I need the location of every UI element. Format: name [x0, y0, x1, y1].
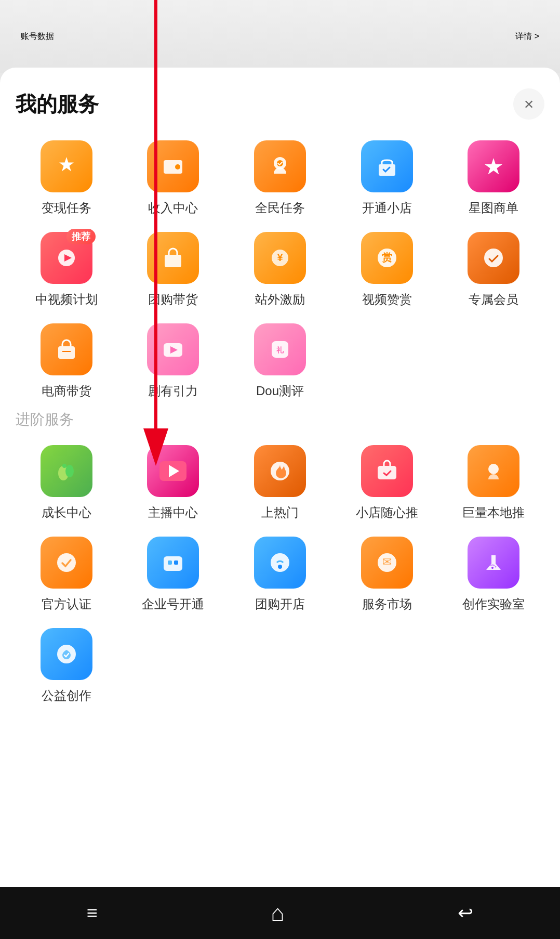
- service-label-lab: 创作实验室: [462, 596, 525, 612]
- service-item-zhanhwai[interactable]: ¥站外激励: [229, 232, 331, 308]
- svg-point-15: [484, 249, 503, 267]
- service-label-zhuanshu: 专属会员: [469, 291, 518, 308]
- service-item-xingtu[interactable]: 星图商单: [443, 140, 544, 216]
- service-icon-growth: [41, 445, 92, 497]
- svg-rect-30: [164, 556, 182, 571]
- service-icon-groupopen: [254, 537, 306, 589]
- service-item-bianxian[interactable]: 变现任务: [16, 140, 117, 216]
- service-icon-tuangou: [147, 232, 199, 284]
- svg-point-37: [491, 567, 494, 569]
- svg-point-29: [57, 553, 76, 572]
- service-item-shipin[interactable]: 赏视频赞赏: [336, 232, 438, 308]
- service-icon-shouru: [147, 140, 199, 192]
- service-item-quanmin[interactable]: 全民任务: [229, 140, 331, 216]
- service-icon-zhanhwai: ¥: [254, 232, 306, 284]
- service-icon-local: [468, 445, 519, 497]
- service-icon-lab: [468, 537, 519, 589]
- svg-text:礼: 礼: [276, 346, 284, 354]
- service-icon-enterprise: [147, 537, 199, 589]
- service-icon-dou: 礼: [254, 323, 306, 375]
- svg-text:✉: ✉: [382, 555, 392, 568]
- service-label-storepush: 小店随心推: [356, 504, 418, 521]
- badge-zhongshipin: 推荐: [66, 229, 96, 244]
- service-label-official: 官方认证: [42, 596, 91, 612]
- my-services-modal: 我的服务 × 变现任务收入中心全民任务开通小店星图商单推荐中视频计划团购带货¥站…: [0, 68, 560, 887]
- modal-title: 我的服务: [16, 90, 99, 119]
- service-icon-official: [41, 537, 92, 589]
- svg-rect-4: [175, 164, 180, 169]
- service-icon-shipin: 赏: [361, 232, 413, 284]
- account-data-label: 账号数据: [21, 31, 54, 42]
- svg-text:赏: 赏: [382, 252, 392, 263]
- service-icon-ju: [147, 323, 199, 375]
- svg-rect-16: [58, 346, 75, 359]
- service-label-xingtu: 星图商单: [469, 200, 518, 216]
- service-item-groupopen[interactable]: 团购开店: [229, 537, 331, 612]
- service-item-kaitong[interactable]: 开通小店: [336, 140, 438, 216]
- svg-point-33: [271, 553, 289, 572]
- menu-icon[interactable]: ≡: [87, 902, 98, 924]
- back-icon[interactable]: ↩: [458, 902, 473, 924]
- service-label-ju: 剧有引力: [148, 383, 198, 399]
- service-item-growth[interactable]: 成长中心: [16, 445, 117, 521]
- service-item-zhuanshu[interactable]: 专属会员: [443, 232, 544, 308]
- svg-point-38: [495, 566, 497, 568]
- service-item-tuangou[interactable]: 团购带货: [123, 232, 224, 308]
- service-item-dianshang[interactable]: 电商带货: [16, 323, 117, 399]
- service-item-charity[interactable]: 公益创作: [16, 628, 117, 704]
- service-icon-anchor: [147, 445, 199, 497]
- service-label-charity: 公益创作: [42, 687, 91, 704]
- service-label-anchor: 主播中心: [148, 504, 198, 521]
- detail-link[interactable]: 详情 >: [515, 31, 539, 42]
- service-item-anchor[interactable]: 主播中心: [123, 445, 224, 521]
- service-label-quanmin: 全民任务: [255, 200, 305, 216]
- service-item-enterprise[interactable]: 企业号开通: [123, 537, 224, 612]
- advanced-services-grid: 成长中心主播中心上热门小店随心推巨量本地推官方认证企业号开通团购开店✉服务市场创…: [16, 445, 544, 704]
- home-icon[interactable]: ⌂: [271, 900, 285, 926]
- svg-rect-31: [168, 560, 172, 565]
- service-label-dou: Dou测评: [256, 383, 304, 399]
- service-icon-servicemarket: ✉: [361, 537, 413, 589]
- service-item-zhongshipin[interactable]: 推荐中视频计划: [16, 232, 117, 308]
- service-label-shipin: 视频赞赏: [362, 291, 412, 308]
- service-item-hot[interactable]: 上热门: [229, 445, 331, 521]
- service-label-kaitong: 开通小店: [362, 200, 412, 216]
- service-label-bianxian: 变现任务: [42, 200, 91, 216]
- service-label-dianshang: 电商带货: [42, 383, 91, 399]
- service-label-enterprise: 企业号开通: [142, 596, 204, 612]
- advanced-section-title: 进阶服务: [16, 410, 544, 429]
- service-item-ju[interactable]: 剧有引力: [123, 323, 224, 399]
- service-icon-kaitong: [361, 140, 413, 192]
- main-services-grid: 变现任务收入中心全民任务开通小店星图商单推荐中视频计划团购带货¥站外激励赏视频赞…: [16, 140, 544, 399]
- bottom-navigation: ≡ ⌂ ↩: [0, 887, 560, 939]
- service-item-official[interactable]: 官方认证: [16, 537, 117, 612]
- service-label-zhanhwai: 站外激励: [255, 291, 305, 308]
- service-icon-zhuanshu: [468, 232, 519, 284]
- service-item-servicemarket[interactable]: ✉服务市场: [336, 537, 438, 612]
- modal-header: 我的服务 ×: [16, 88, 544, 120]
- service-item-local[interactable]: 巨量本地推: [443, 445, 544, 521]
- svg-point-28: [488, 464, 499, 474]
- service-icon-charity: [41, 628, 92, 680]
- service-label-local: 巨量本地推: [462, 504, 525, 521]
- service-icon-quanmin: [254, 140, 306, 192]
- service-label-zhongshipin: 中视频计划: [35, 291, 98, 308]
- service-icon-bianxian: [41, 140, 92, 192]
- service-icon-storepush: [361, 445, 413, 497]
- service-icon-xingtu: [468, 140, 519, 192]
- service-item-dou[interactable]: 礼Dou测评: [229, 323, 331, 399]
- service-item-shouru[interactable]: 收入中心: [123, 140, 224, 216]
- service-icon-zhongshipin: 推荐: [41, 232, 92, 284]
- service-label-shouru: 收入中心: [148, 200, 198, 216]
- service-label-groupopen: 团购开店: [255, 596, 305, 612]
- service-item-lab[interactable]: 创作实验室: [443, 537, 544, 612]
- service-item-storepush[interactable]: 小店随心推: [336, 445, 438, 521]
- svg-point-34: [278, 565, 282, 569]
- svg-rect-27: [378, 466, 396, 479]
- service-icon-dianshang: [41, 323, 92, 375]
- svg-rect-32: [174, 560, 178, 565]
- service-icon-hot: [254, 445, 306, 497]
- close-button[interactable]: ×: [513, 88, 544, 120]
- svg-text:¥: ¥: [277, 252, 283, 263]
- service-label-tuangou: 团购带货: [148, 291, 198, 308]
